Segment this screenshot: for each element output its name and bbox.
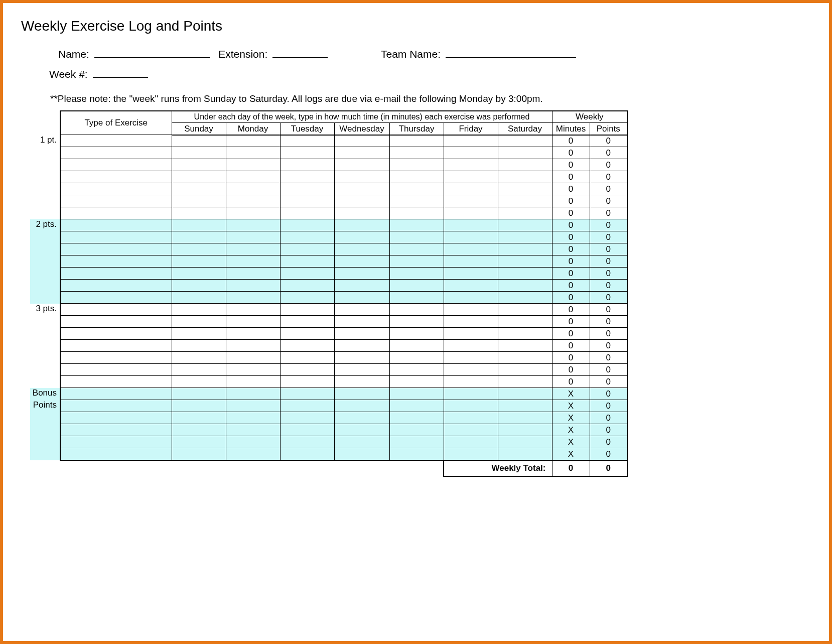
- day-cell[interactable]: [172, 243, 226, 255]
- day-cell[interactable]: [444, 292, 498, 304]
- day-cell[interactable]: [389, 243, 444, 255]
- day-cell[interactable]: [498, 376, 552, 388]
- type-cell[interactable]: [60, 400, 172, 412]
- day-cell[interactable]: [280, 304, 334, 316]
- day-cell[interactable]: [172, 231, 226, 243]
- day-cell[interactable]: [280, 243, 334, 255]
- day-cell[interactable]: [226, 400, 280, 412]
- day-cell[interactable]: [444, 388, 498, 400]
- day-cell[interactable]: [389, 412, 444, 424]
- type-cell[interactable]: [60, 436, 172, 448]
- day-cell[interactable]: [444, 255, 498, 268]
- week-field[interactable]: [93, 77, 148, 78]
- day-cell[interactable]: [444, 147, 498, 159]
- day-cell[interactable]: [444, 424, 498, 436]
- day-cell[interactable]: [280, 364, 334, 376]
- day-cell[interactable]: [172, 340, 226, 352]
- day-cell[interactable]: [172, 292, 226, 304]
- day-cell[interactable]: [334, 388, 389, 400]
- day-cell[interactable]: [389, 292, 444, 304]
- day-cell[interactable]: [226, 388, 280, 400]
- day-cell[interactable]: [334, 280, 389, 292]
- day-cell[interactable]: [172, 448, 226, 460]
- day-cell[interactable]: [226, 424, 280, 436]
- day-cell[interactable]: [172, 412, 226, 424]
- day-cell[interactable]: [226, 231, 280, 243]
- day-cell[interactable]: [280, 195, 334, 207]
- day-cell[interactable]: [334, 412, 389, 424]
- day-cell[interactable]: [389, 328, 444, 340]
- day-cell[interactable]: [498, 159, 552, 171]
- type-cell[interactable]: [60, 292, 172, 304]
- day-cell[interactable]: [498, 231, 552, 243]
- day-cell[interactable]: [226, 412, 280, 424]
- day-cell[interactable]: [444, 183, 498, 195]
- day-cell[interactable]: [226, 219, 280, 231]
- day-cell[interactable]: [226, 316, 280, 328]
- day-cell[interactable]: [172, 388, 226, 400]
- day-cell[interactable]: [280, 268, 334, 280]
- day-cell[interactable]: [334, 424, 389, 436]
- day-cell[interactable]: [334, 147, 389, 159]
- day-cell[interactable]: [334, 207, 389, 219]
- day-cell[interactable]: [280, 292, 334, 304]
- day-cell[interactable]: [172, 255, 226, 268]
- day-cell[interactable]: [334, 292, 389, 304]
- day-cell[interactable]: [172, 159, 226, 171]
- day-cell[interactable]: [172, 280, 226, 292]
- day-cell[interactable]: [226, 171, 280, 183]
- day-cell[interactable]: [334, 255, 389, 268]
- day-cell[interactable]: [444, 412, 498, 424]
- day-cell[interactable]: [498, 207, 552, 219]
- day-cell[interactable]: [389, 171, 444, 183]
- day-cell[interactable]: [389, 304, 444, 316]
- day-cell[interactable]: [498, 135, 552, 147]
- day-cell[interactable]: [226, 328, 280, 340]
- day-cell[interactable]: [280, 388, 334, 400]
- day-cell[interactable]: [444, 207, 498, 219]
- day-cell[interactable]: [226, 448, 280, 460]
- day-cell[interactable]: [226, 135, 280, 147]
- day-cell[interactable]: [444, 340, 498, 352]
- day-cell[interactable]: [280, 424, 334, 436]
- day-cell[interactable]: [389, 195, 444, 207]
- day-cell[interactable]: [334, 448, 389, 460]
- day-cell[interactable]: [172, 219, 226, 231]
- type-cell[interactable]: [60, 328, 172, 340]
- day-cell[interactable]: [444, 376, 498, 388]
- type-cell[interactable]: [60, 304, 172, 316]
- day-cell[interactable]: [334, 183, 389, 195]
- day-cell[interactable]: [444, 231, 498, 243]
- day-cell[interactable]: [226, 436, 280, 448]
- day-cell[interactable]: [334, 231, 389, 243]
- day-cell[interactable]: [498, 340, 552, 352]
- day-cell[interactable]: [226, 207, 280, 219]
- day-cell[interactable]: [389, 147, 444, 159]
- day-cell[interactable]: [172, 147, 226, 159]
- day-cell[interactable]: [389, 448, 444, 460]
- day-cell[interactable]: [389, 436, 444, 448]
- day-cell[interactable]: [444, 243, 498, 255]
- day-cell[interactable]: [172, 135, 226, 147]
- day-cell[interactable]: [280, 231, 334, 243]
- day-cell[interactable]: [444, 268, 498, 280]
- day-cell[interactable]: [280, 400, 334, 412]
- type-cell[interactable]: [60, 364, 172, 376]
- day-cell[interactable]: [280, 352, 334, 364]
- day-cell[interactable]: [498, 243, 552, 255]
- day-cell[interactable]: [498, 280, 552, 292]
- day-cell[interactable]: [280, 376, 334, 388]
- day-cell[interactable]: [389, 268, 444, 280]
- day-cell[interactable]: [498, 292, 552, 304]
- day-cell[interactable]: [334, 352, 389, 364]
- day-cell[interactable]: [389, 280, 444, 292]
- day-cell[interactable]: [498, 448, 552, 460]
- day-cell[interactable]: [444, 436, 498, 448]
- day-cell[interactable]: [226, 268, 280, 280]
- day-cell[interactable]: [280, 147, 334, 159]
- day-cell[interactable]: [389, 207, 444, 219]
- day-cell[interactable]: [172, 364, 226, 376]
- day-cell[interactable]: [172, 424, 226, 436]
- day-cell[interactable]: [498, 219, 552, 231]
- day-cell[interactable]: [444, 219, 498, 231]
